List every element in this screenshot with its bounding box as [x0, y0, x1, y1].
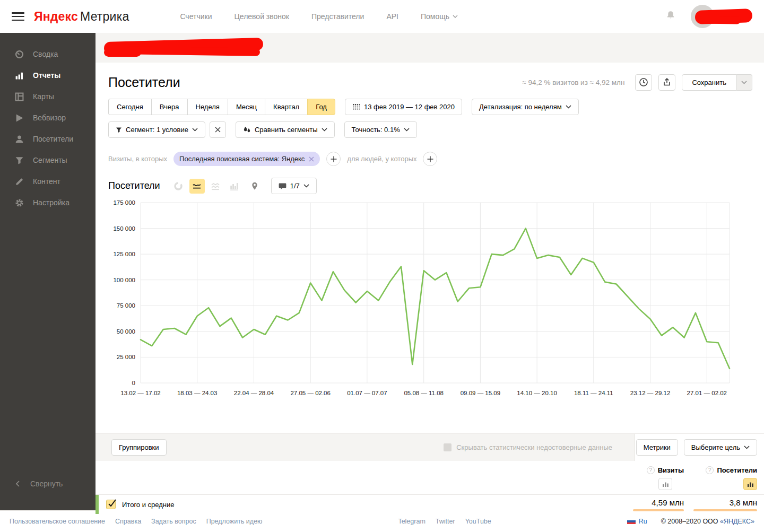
visits-chart-toggle-button[interactable] — [658, 478, 672, 490]
notifications-bell-icon[interactable] — [665, 10, 676, 23]
save-button[interactable]: Сохранить — [682, 74, 736, 91]
period-tab-yesterday[interactable]: Вчера — [151, 99, 187, 115]
people-condition-prefix: для людей, у которых — [347, 155, 416, 163]
segment-clear-button[interactable] — [210, 121, 226, 138]
maps-icon — [15, 92, 24, 101]
sidebar-collapse-button[interactable]: Свернуть — [0, 473, 96, 494]
totals-row-label: Итого и средние — [122, 501, 174, 509]
bar-chart-icon — [15, 71, 24, 80]
counter-header-band — [96, 33, 764, 63]
pencil-icon — [15, 177, 24, 186]
accuracy-dropdown-button[interactable]: Точность: 0.1% — [344, 121, 417, 138]
chevron-down-icon — [744, 446, 750, 449]
report-header: Посетители ≈ 94,2 % визитов из ≈ 4,92 мл… — [96, 72, 764, 92]
segment-condition-chip[interactable]: Последняя поисковая система: Яндекс — [173, 152, 320, 166]
groupings-button[interactable]: Группировки — [111, 439, 167, 456]
gear-icon — [15, 198, 24, 207]
sidebar-item-content[interactable]: Контент — [0, 171, 96, 192]
segment-dropdown-button[interactable]: Сегмент: 1 условие — [108, 121, 205, 138]
visitors-total-value: 3,8 млн — [730, 498, 757, 507]
chart-type-donut-button[interactable] — [171, 179, 186, 194]
annotations-dropdown-button[interactable]: 1/7 — [271, 178, 317, 194]
chip-close-icon[interactable] — [309, 156, 314, 162]
date-range-button[interactable]: 13 фев 2019 — 12 фев 2020 — [345, 99, 462, 115]
svg-text:50 000: 50 000 — [117, 328, 135, 335]
period-tab-month[interactable]: Месяц — [228, 99, 265, 115]
history-button[interactable] — [635, 74, 652, 91]
top-navigation: Счетчики Целевой звонок Представители AP… — [180, 12, 458, 21]
period-tab-quarter[interactable]: Квартал — [265, 99, 307, 115]
compare-segments-dropdown-button[interactable]: Сравнить сегменты — [236, 121, 335, 138]
period-tab-week[interactable]: Неделя — [187, 99, 228, 115]
totals-row-checkbox[interactable] — [106, 500, 116, 509]
svg-text:14.10 — 20.10: 14.10 — 20.10 — [517, 390, 557, 396]
column-visits-label: Визиты — [658, 466, 684, 474]
logo-product: Метрика — [80, 10, 129, 23]
column-visits: ? Визиты — [633, 466, 684, 494]
chevron-down-icon — [192, 128, 198, 132]
user-account-area[interactable] — [691, 4, 753, 29]
nav-help[interactable]: Помощь — [421, 12, 458, 21]
nav-target-call[interactable]: Целевой звонок — [234, 12, 289, 21]
segment-condition-row: Визиты, в которых Последняя поисковая си… — [96, 152, 764, 166]
copyright-brand[interactable]: «ЯНДЕКС» — [720, 518, 754, 525]
add-people-condition-button[interactable] — [423, 152, 437, 166]
footer-link-help[interactable]: Справка — [115, 518, 141, 525]
chart-type-columns-button[interactable] — [227, 179, 242, 194]
period-tab-year[interactable]: Год — [307, 99, 335, 115]
mini-bars-icon — [747, 481, 754, 487]
segment-controls-row: Сегмент: 1 условие Сравнить сегменты Точ… — [96, 121, 764, 138]
period-tab-today[interactable]: Сегодня — [108, 99, 151, 115]
help-icon[interactable]: ? — [706, 466, 714, 474]
nav-representatives[interactable]: Представители — [311, 12, 364, 21]
hamburger-menu-icon[interactable] — [12, 12, 24, 21]
sidebar-item-summary[interactable]: Сводка — [0, 43, 96, 65]
yandex-metrica-app: ЯндексМетрика Счетчики Целевой звонок Пр… — [0, 0, 764, 532]
footer-link-telegram[interactable]: Telegram — [398, 518, 425, 525]
nav-api[interactable]: API — [386, 12, 398, 21]
calendar-grid-icon — [352, 103, 360, 110]
chart-type-line-button[interactable] — [189, 179, 205, 194]
column-visitors: ? Посетители — [693, 466, 757, 494]
visitors-chart-toggle-button[interactable] — [743, 478, 757, 490]
svg-text:100 000: 100 000 — [113, 277, 135, 283]
chevron-down-icon — [741, 81, 747, 84]
sidebar-item-segments[interactable]: Сегменты — [0, 150, 96, 171]
add-visit-condition-button[interactable] — [326, 152, 341, 166]
visits-total-cell: 4,59 млн — [633, 498, 684, 511]
footer-link-idea[interactable]: Предложить идею — [206, 518, 263, 525]
goal-select-button[interactable]: Выберите цель — [684, 439, 757, 456]
help-icon[interactable]: ? — [647, 466, 655, 474]
check-icon — [107, 499, 117, 508]
sidebar: Сводка Отчеты Карты Вебвизор Посетители … — [0, 33, 96, 510]
language-selector[interactable]: Ru — [639, 518, 647, 525]
footer-link-agreement[interactable]: Пользовательское соглашение — [10, 518, 105, 525]
sidebar-item-webvisor[interactable]: Вебвизор — [0, 107, 96, 128]
sidebar-item-settings[interactable]: Настройка — [0, 192, 96, 213]
hide-inaccurate-control[interactable]: Скрывать статистически недостоверные дан… — [444, 443, 612, 451]
topbar: ЯндексМетрика Счетчики Целевой звонок Пр… — [0, 0, 764, 33]
chart-type-area-button[interactable] — [208, 179, 223, 194]
page-title: Посетители — [108, 75, 180, 90]
svg-text:18.11 — 24.11: 18.11 — 24.11 — [574, 390, 613, 396]
nav-counters[interactable]: Счетчики — [180, 12, 212, 21]
sidebar-item-visitors[interactable]: Посетители — [0, 128, 96, 150]
yandex-metrica-logo[interactable]: ЯндексМетрика — [34, 10, 129, 24]
save-dropdown-button[interactable] — [736, 74, 752, 91]
footer-link-youtube[interactable]: YouTube — [465, 518, 491, 525]
chart-title: Посетители — [108, 180, 160, 191]
sampling-note: ≈ 94,2 % визитов из ≈ 4,92 млн — [522, 79, 624, 86]
export-button[interactable] — [658, 74, 675, 91]
sidebar-item-reports[interactable]: Отчеты — [0, 65, 96, 86]
sidebar-item-maps[interactable]: Карты — [0, 86, 96, 107]
hide-inaccurate-checkbox[interactable] — [444, 443, 452, 451]
footer-link-twitter[interactable]: Twitter — [436, 518, 455, 525]
footer-link-ask[interactable]: Задать вопрос — [151, 518, 196, 525]
chart-type-map-button[interactable] — [247, 179, 263, 194]
column-chart-icon — [229, 181, 239, 191]
chevron-down-icon — [566, 105, 571, 109]
chevron-down-icon — [453, 15, 458, 18]
detail-dropdown-button[interactable]: Детализация: по неделям — [472, 99, 579, 115]
metrics-button[interactable]: Метрики — [636, 439, 678, 456]
counter-name-redaction-2 — [127, 46, 260, 56]
